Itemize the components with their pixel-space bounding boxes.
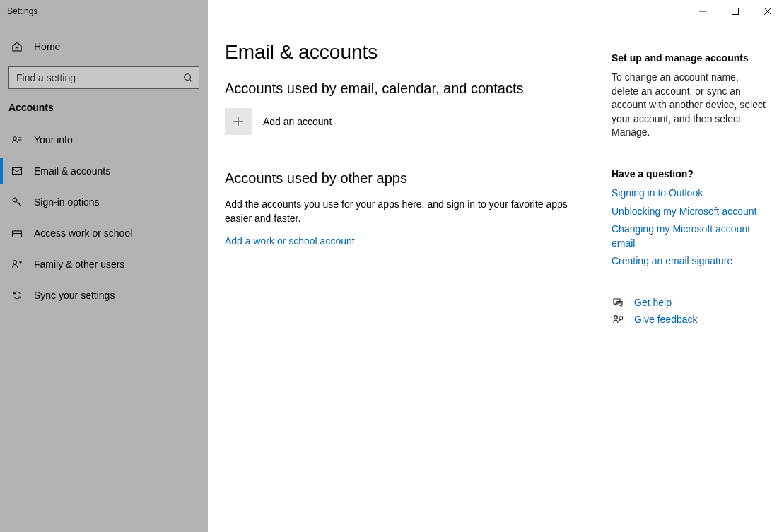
sidebar-item-email-accounts[interactable]: Email & accounts — [0, 155, 208, 187]
search-box[interactable] — [8, 66, 199, 89]
svg-rect-9 — [13, 168, 22, 175]
search-icon — [183, 73, 193, 83]
rail-link-signature[interactable]: Creating an email signature — [612, 254, 767, 268]
maximize-button[interactable] — [719, 0, 751, 23]
minimize-button[interactable] — [686, 0, 719, 23]
page-title: Email & accounts — [225, 41, 583, 64]
svg-line-5 — [190, 80, 193, 83]
maximize-icon — [732, 8, 739, 15]
rail-setup-heading: Set up and manage accounts — [612, 52, 767, 64]
svg-point-6 — [13, 137, 17, 141]
sidebar-item-label: Family & other users — [34, 259, 124, 270]
rail-link-unblock[interactable]: Unblocking my Microsoft account — [612, 205, 767, 219]
right-rail: Set up and manage accounts To change an … — [612, 37, 767, 518]
rail-link-outlook[interactable]: Signing in to Outlook — [612, 187, 767, 201]
section-heading-other-apps: Accounts used by other apps — [225, 170, 583, 187]
sidebar-item-label: Email & accounts — [34, 165, 110, 177]
rail-question-heading: Have a question? — [612, 168, 767, 179]
window-title: Settings — [0, 6, 37, 16]
svg-point-4 — [185, 74, 191, 81]
sidebar-section-header: Accounts — [0, 96, 208, 120]
add-work-school-link[interactable]: Add a work or school account — [225, 235, 583, 247]
sync-icon — [10, 290, 24, 301]
sidebar-item-sync-settings[interactable]: Sync your settings — [0, 280, 208, 311]
sidebar-item-label: Sign-in options — [34, 196, 100, 208]
feedback-icon — [612, 314, 624, 325]
section-heading-email-accounts: Accounts used by email, calendar, and co… — [225, 81, 583, 97]
svg-point-13 — [13, 261, 17, 264]
search-input[interactable] — [15, 71, 183, 84]
give-feedback-link[interactable]: Give feedback — [634, 314, 698, 325]
person-card-icon — [10, 134, 24, 146]
key-icon — [10, 196, 24, 208]
sidebar-item-label: Sync your settings — [34, 290, 115, 301]
add-account-label: Add an account — [263, 116, 332, 127]
close-icon — [764, 8, 771, 15]
main-content: Email & accounts Accounts used by email,… — [208, 23, 784, 532]
plus-icon — [225, 108, 252, 135]
sidebar-item-family-users[interactable]: Family & other users — [0, 249, 208, 280]
sidebar-home-label: Home — [34, 41, 60, 52]
sidebar-item-your-info[interactable]: Your info — [0, 124, 208, 155]
svg-point-18 — [614, 316, 618, 319]
minimize-icon — [699, 8, 706, 15]
get-help-link[interactable]: Get help — [634, 297, 672, 308]
close-button[interactable] — [751, 0, 784, 23]
mail-icon — [10, 165, 24, 177]
svg-rect-11 — [13, 231, 22, 237]
briefcase-icon — [10, 227, 24, 239]
sidebar-item-access-work-school[interactable]: Access work or school — [0, 218, 208, 249]
sidebar-item-signin-options[interactable]: Sign-in options — [0, 187, 208, 218]
add-account-button[interactable]: Add an account — [225, 108, 583, 135]
sidebar-item-label: Your info — [34, 134, 73, 146]
section-body-other-apps: Add the accounts you use for your apps h… — [225, 198, 583, 225]
rail-setup-body: To change an account name, delete an acc… — [612, 71, 767, 140]
chat-help-icon — [612, 297, 624, 308]
people-plus-icon — [10, 259, 24, 270]
home-icon — [10, 41, 24, 52]
svg-rect-1 — [732, 8, 739, 15]
titlebar: Settings — [0, 0, 784, 23]
rail-link-change-email[interactable]: Changing my Microsoft account email — [612, 223, 767, 250]
sidebar-item-label: Access work or school — [34, 227, 132, 239]
sidebar: Home Accounts Your info — [0, 23, 208, 532]
sidebar-home[interactable]: Home — [0, 31, 208, 62]
